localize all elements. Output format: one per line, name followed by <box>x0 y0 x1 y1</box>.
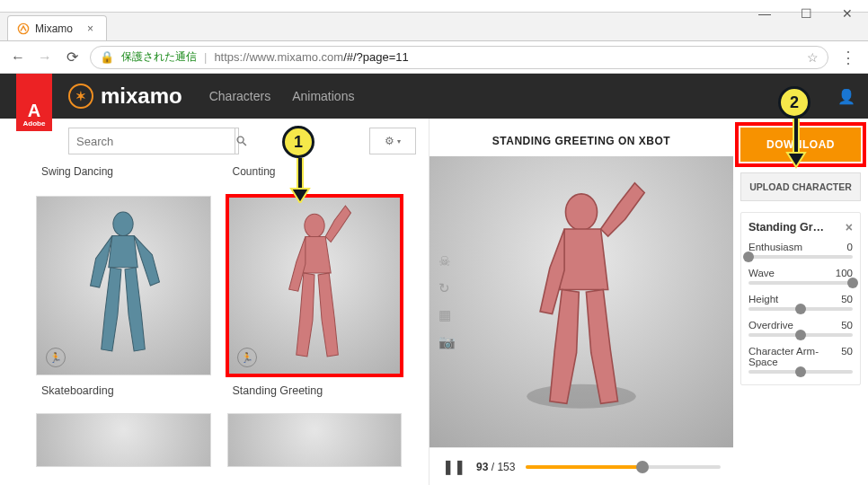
search-wrap <box>68 128 239 154</box>
viewer-pane: STANDING GREETING ON XBOT ☠ ↻ ▦ 📷 <box>430 119 733 485</box>
svg-point-6 <box>565 194 597 231</box>
param-slider[interactable] <box>748 281 853 285</box>
lock-icon: 🔒 <box>100 50 114 64</box>
gallery-card[interactable]: Counting <box>227 163 403 185</box>
viewer-stage[interactable]: ☠ ↻ ▦ 📷 <box>430 156 733 447</box>
param-row: Height50 <box>748 294 853 311</box>
header-nav: Characters Animations <box>209 89 355 103</box>
adobe-logo-icon: A <box>28 101 40 119</box>
tab-close-icon[interactable]: × <box>87 22 93 35</box>
param-slider[interactable] <box>748 370 853 374</box>
stage-grid-icon[interactable]: ▦ <box>438 307 456 323</box>
thumbnail[interactable] <box>36 413 211 467</box>
slider-thumb[interactable] <box>743 251 754 262</box>
annotation-badge-1: 1 <box>282 126 314 158</box>
browser-tab[interactable]: Mixamo × <box>7 15 107 40</box>
back-button[interactable]: ← <box>9 49 27 66</box>
slider-thumb[interactable] <box>795 330 806 340</box>
forward-button[interactable]: → <box>36 49 54 66</box>
stage-toolbar: ☠ ↻ ▦ 📷 <box>438 253 456 350</box>
param-value: 50 <box>841 294 853 304</box>
thumbnail[interactable]: 🏃 <box>36 196 211 375</box>
svg-point-1 <box>237 137 244 143</box>
viewer-title: STANDING GREETING ON XBOT <box>430 119 733 156</box>
gallery-card[interactable]: Swing Dancing <box>36 163 211 185</box>
svg-marker-12 <box>787 153 805 167</box>
param-value: 50 <box>841 320 853 331</box>
param-name: Enthusiasm <box>748 242 802 252</box>
param-value: 0 <box>847 242 853 252</box>
brand-logo[interactable]: ✶ mixamo <box>68 84 182 109</box>
annotation-arrow-1-icon <box>289 158 311 203</box>
bookmark-star-icon[interactable]: ☆ <box>807 50 819 65</box>
slider-thumb[interactable] <box>847 278 858 288</box>
svg-marker-9 <box>291 189 309 203</box>
seek-thumb[interactable] <box>636 461 649 473</box>
param-slider[interactable] <box>748 255 853 259</box>
window-minimize-button[interactable]: — <box>744 0 785 27</box>
thumbnail[interactable]: 🏃 <box>227 196 403 375</box>
panel-close-button[interactable]: × <box>846 220 853 234</box>
adobe-label: Adobe <box>23 119 46 128</box>
browser-tabstrip: Mixamo × <box>0 13 868 41</box>
gallery-pane: ⚙▾ Swing Dancing Counting <box>0 119 430 485</box>
reload-button[interactable]: ⟳ <box>63 48 81 66</box>
window-close-button[interactable]: ✕ <box>827 0 868 27</box>
user-menu-icon[interactable]: 👤 <box>837 88 855 105</box>
thumbnail[interactable] <box>227 413 403 467</box>
right-pane: STANDING GREETING ON XBOT ☠ ↻ ▦ 📷 <box>430 119 868 485</box>
stage-info-icon[interactable]: ☠ <box>438 253 456 269</box>
param-name: Height <box>748 294 778 304</box>
browser-tab-title: Mixamo <box>35 22 73 35</box>
stage-camera-icon[interactable]: 📷 <box>438 334 456 350</box>
card-label: Counting <box>227 163 403 185</box>
mannequin-pink-wave-icon <box>245 204 384 367</box>
upload-character-button[interactable]: UPLOAD CHARACTER <box>740 172 861 201</box>
card-label: Skateboarding <box>36 375 211 402</box>
nav-characters[interactable]: Characters <box>209 89 270 103</box>
url: https://www.mixamo.com/#/?page=11 <box>214 50 408 64</box>
param-slider[interactable] <box>748 333 853 337</box>
seek-fill <box>526 465 642 469</box>
gallery-card[interactable] <box>36 413 211 467</box>
search-input[interactable] <box>69 128 235 154</box>
param-row: Overdrive50 <box>748 320 853 337</box>
frame-counter: 93 / 153 <box>476 461 515 473</box>
secure-label: 保護された通信 <box>121 49 197 65</box>
stage-rotate-icon[interactable]: ↻ <box>438 280 456 296</box>
params-panel: Standing Gr… × Enthusiasm0Wave100Height5… <box>740 212 861 385</box>
mixamo-favicon-icon <box>17 22 30 35</box>
annotation-badge-2: 2 <box>778 86 810 119</box>
window-maximize-button[interactable]: ☐ <box>785 0 827 27</box>
gallery-card-selected[interactable]: 🏃 Standing Greeting <box>227 196 403 402</box>
pause-button[interactable]: ❚❚ <box>442 458 465 475</box>
titlebar <box>0 0 868 13</box>
gallery-settings-button[interactable]: ⚙▾ <box>369 128 416 154</box>
svg-point-4 <box>305 214 324 237</box>
search-icon <box>235 135 248 147</box>
gallery-card[interactable]: 🏃 Skateboarding <box>36 196 211 402</box>
browser-toolbar: ← → ⟳ 🔒 保護された通信 | https://www.mixamo.com… <box>0 41 868 74</box>
param-slider[interactable] <box>748 307 853 311</box>
mixamo-mark-icon: ✶ <box>68 84 93 109</box>
gallery-toolbar: ⚙▾ <box>0 119 429 163</box>
seek-bar[interactable] <box>526 465 721 469</box>
param-value: 50 <box>841 346 853 367</box>
window-controls: — ☐ ✕ <box>744 0 868 27</box>
param-name: Overdrive <box>748 320 793 331</box>
mannequin-blue-icon <box>54 204 192 367</box>
browser-menu-button[interactable]: ⋮ <box>837 48 859 67</box>
gallery-card[interactable] <box>227 413 403 467</box>
playbar: ❚❚ 93 / 153 <box>430 447 733 485</box>
slider-thumb[interactable] <box>795 304 806 314</box>
annotation-arrow-2-icon <box>785 119 807 169</box>
app-header: ✶ mixamo Characters Animations 👤 <box>0 74 868 119</box>
nav-animations[interactable]: Animations <box>292 89 354 103</box>
search-button[interactable] <box>235 128 248 154</box>
main-split: ⚙▾ Swing Dancing Counting <box>0 119 868 485</box>
slider-thumb[interactable] <box>795 366 806 377</box>
gallery-scroll[interactable]: Swing Dancing Counting <box>36 163 411 485</box>
adobe-badge: A Adobe <box>16 74 52 131</box>
svg-point-5 <box>527 384 636 409</box>
address-field[interactable]: 🔒 保護された通信 | https://www.mixamo.com/#/?pa… <box>90 46 828 69</box>
